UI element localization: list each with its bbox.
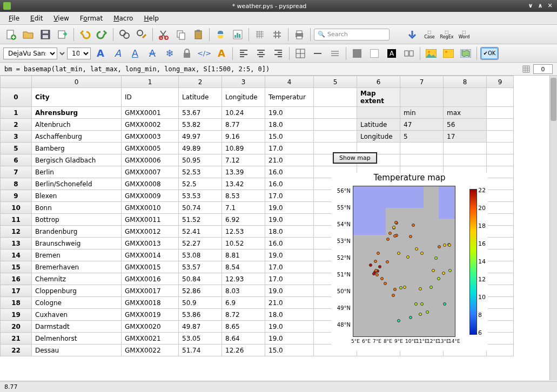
cell[interactable]: 8.77: [222, 119, 265, 131]
cell[interactable]: GMXX0001: [122, 107, 179, 119]
image1-icon[interactable]: [424, 46, 439, 61]
map-icon[interactable]: [458, 46, 473, 61]
cell[interactable]: [487, 309, 514, 321]
cell[interactable]: Delmenhorst: [32, 333, 122, 344]
cell[interactable]: 52.5: [179, 178, 222, 190]
cell[interactable]: 10.24: [222, 107, 265, 119]
fill-grey-icon[interactable]: [350, 46, 365, 61]
border-style-icon[interactable]: [310, 46, 325, 61]
redo-icon[interactable]: [95, 27, 110, 42]
cell[interactable]: Berlin: [32, 166, 122, 178]
menu-macro[interactable]: Macro: [108, 13, 138, 23]
cell[interactable]: [400, 88, 444, 107]
cell[interactable]: 50.95: [179, 154, 222, 166]
grid-large-icon[interactable]: [270, 27, 285, 42]
cell[interactable]: 8.54: [222, 261, 265, 273]
cell[interactable]: [314, 131, 357, 143]
image2-icon[interactable]: [441, 46, 456, 61]
cell[interactable]: [444, 88, 487, 107]
row-header[interactable]: 21: [1, 333, 32, 344]
row-header[interactable]: 1: [1, 107, 32, 119]
cell[interactable]: [487, 238, 514, 249]
cell[interactable]: [487, 119, 514, 131]
snowflake-icon[interactable]: ❄: [162, 46, 177, 61]
col-header[interactable]: 0: [32, 76, 122, 88]
cell[interactable]: 8.03: [222, 285, 265, 297]
col-header[interactable]: 5: [314, 76, 357, 88]
cell[interactable]: 17.0: [265, 143, 314, 154]
cell[interactable]: [314, 88, 357, 107]
cell[interactable]: 53.53: [179, 190, 222, 202]
row-header[interactable]: 20: [1, 321, 32, 333]
cut-icon[interactable]: [156, 27, 171, 42]
cell[interactable]: [487, 154, 514, 166]
cell[interactable]: 12.53: [222, 226, 265, 238]
cell[interactable]: 21.0: [265, 297, 314, 309]
row-header[interactable]: 14: [1, 249, 32, 261]
cell[interactable]: [487, 333, 514, 344]
cell[interactable]: GMXX0010: [122, 202, 179, 214]
cell[interactable]: GMXX0005: [122, 143, 179, 154]
cell[interactable]: Dessau: [32, 344, 122, 356]
cell[interactable]: 52.86: [179, 285, 222, 297]
cell[interactable]: 6.9: [222, 297, 265, 309]
col-header[interactable]: 2: [179, 76, 222, 88]
font-size-select[interactable]: 10: [67, 48, 91, 59]
cell[interactable]: GMXX0017: [122, 285, 179, 297]
cell[interactable]: Chemnitz: [32, 273, 122, 285]
cell[interactable]: 19.0: [265, 107, 314, 119]
cell[interactable]: 13.42: [222, 178, 265, 190]
cell[interactable]: [487, 131, 514, 143]
cell[interactable]: Longitude: [357, 131, 400, 143]
maximize-button[interactable]: ∧: [536, 2, 544, 10]
row-header[interactable]: 8: [1, 178, 32, 190]
cell[interactable]: [487, 226, 514, 238]
cell[interactable]: 15.0: [265, 131, 314, 143]
cell[interactable]: 19.0: [265, 214, 314, 226]
chart-icon[interactable]: [230, 27, 245, 42]
cell[interactable]: ID: [122, 88, 179, 107]
menu-view[interactable]: View: [48, 13, 74, 23]
cell[interactable]: GMXX0014: [122, 249, 179, 261]
row-header[interactable]: 9: [1, 190, 32, 202]
bold-icon[interactable]: A: [93, 46, 108, 61]
cell[interactable]: 17.0: [265, 190, 314, 202]
col-header[interactable]: 4: [265, 76, 314, 88]
cell[interactable]: 17.0: [265, 273, 314, 285]
row-header[interactable]: 11: [1, 214, 32, 226]
find-replace-icon[interactable]: [134, 27, 149, 42]
ok-button[interactable]: ✔OK: [480, 47, 499, 60]
cell[interactable]: Berlin/Schonefeld: [32, 178, 122, 190]
cell[interactable]: Cloppenburg: [32, 285, 122, 297]
align-center-icon[interactable]: [253, 46, 269, 61]
cell[interactable]: Temperatur: [265, 88, 314, 107]
cell[interactable]: GMXX0006: [122, 154, 179, 166]
row-header[interactable]: 12: [1, 226, 32, 238]
cell[interactable]: 53.05: [179, 333, 222, 344]
cell[interactable]: Latitude: [357, 119, 400, 131]
cell[interactable]: [487, 344, 514, 356]
cell[interactable]: 49.87: [179, 321, 222, 333]
cell[interactable]: Aschaffenburg: [32, 131, 122, 143]
cell[interactable]: Latitude: [179, 88, 222, 107]
menu-help[interactable]: Help: [138, 13, 164, 23]
cell[interactable]: 52.41: [179, 226, 222, 238]
col-header[interactable]: 9: [487, 76, 514, 88]
cell[interactable]: [400, 154, 444, 166]
font-family-select[interactable]: DejaVu Sans: [3, 48, 57, 59]
cell[interactable]: 19.0: [265, 321, 314, 333]
cell[interactable]: [487, 297, 514, 309]
font-color-icon[interactable]: A: [214, 46, 229, 61]
cell[interactable]: Bremerhaven: [32, 261, 122, 273]
row-header[interactable]: 7: [1, 166, 32, 178]
cell[interactable]: 15.0: [265, 344, 314, 356]
row-header[interactable]: 13: [1, 238, 32, 249]
cell[interactable]: 49.97: [179, 131, 222, 143]
cell[interactable]: GMXX0013: [122, 238, 179, 249]
cell[interactable]: Ahrensburg: [32, 107, 122, 119]
cell[interactable]: GMXX0015: [122, 261, 179, 273]
row-header[interactable]: 0: [1, 88, 32, 107]
col-header[interactable]: 6: [357, 76, 400, 88]
cell[interactable]: Bergisch Gladbach: [32, 154, 122, 166]
cell[interactable]: [487, 249, 514, 261]
